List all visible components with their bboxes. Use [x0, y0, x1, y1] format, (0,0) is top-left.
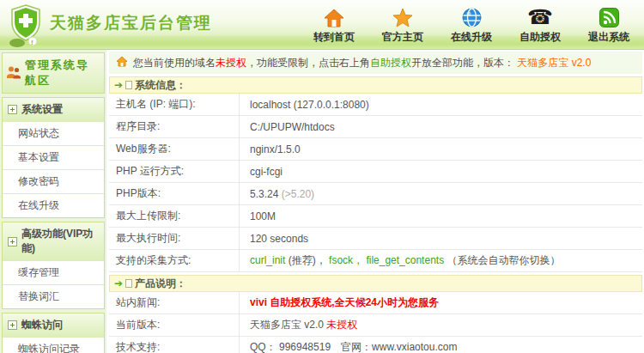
info-row-current-version: 当前版本: 天猫多店宝 v2.0 未授权: [109, 314, 642, 337]
info-value: 120 seconds: [240, 229, 312, 248]
info-label: PHP版本:: [109, 183, 240, 204]
php-version-note: (>5.20): [282, 188, 314, 200]
product-info-table: 站内新闻: vivi 自助授权系统,全天候24小时为您服务 当前版本: 天猫多店…: [109, 292, 642, 353]
fgc-link: file_get_contents: [366, 254, 444, 266]
expand-icon: [8, 105, 17, 114]
info-label: 程序目录:: [109, 116, 240, 137]
sidebar-title: 管理系统导航区: [25, 58, 100, 88]
app-header: ! 天猫多店宝后台管理 转到首页 官方主页: [0, 0, 644, 50]
info-value: curl_init (推荐)， fsock， file_get_contents…: [240, 250, 563, 271]
fgc-note: （系统会自动帮你切换）: [447, 254, 560, 266]
top-nav: 转到首页 官方主页 在: [309, 5, 634, 45]
notice-selfauth-link[interactable]: 自助授权: [370, 57, 411, 69]
group-label: 系统设置: [21, 102, 63, 117]
info-value: 100M: [240, 207, 279, 226]
curl-note: (推荐)，: [289, 254, 326, 266]
users-icon: [6, 65, 21, 82]
nav-go-home[interactable]: 转到首页: [309, 5, 359, 45]
main-content: 您当前使用的域名未授权，功能受限制，点击右上角自助授权开放全部功能，版本： 天猫…: [106, 50, 644, 353]
nav-exit-system[interactable]: 退出系统: [584, 5, 634, 45]
sidebar-item-replace-words[interactable]: 替换词汇: [3, 284, 104, 308]
section-title: 产品说明：: [135, 276, 186, 291]
nav-label: 退出系统: [588, 30, 629, 45]
info-value: nginx/1.5.0: [240, 140, 304, 159]
svg-text:!: !: [31, 39, 33, 46]
sidebar-group-vip: 高级功能(VIP功能) 缓存管理 替换词汇: [2, 222, 105, 309]
nav-label: 在线升级: [451, 30, 492, 45]
app-title: 天猫多店宝后台管理: [50, 12, 212, 34]
info-label: 最大执行时间:: [109, 228, 240, 249]
info-label: Web服务器:: [109, 138, 240, 160]
info-label: 主机名 (IP: 端口):: [109, 94, 240, 115]
info-row-exec-time: 最大执行时间: 120 seconds: [109, 228, 642, 250]
expand-icon: [8, 237, 17, 246]
section-system-info: ➔ 系统信息：: [109, 76, 642, 94]
expand-icon: [8, 320, 17, 330]
sidebar-item-online-upgrade[interactable]: 在线升级: [3, 193, 104, 217]
info-label: 站内新闻:: [109, 292, 240, 313]
sidebar-item-change-password[interactable]: 修改密码: [3, 169, 104, 193]
info-label: 当前版本:: [109, 314, 240, 336]
notice-text: 您当前使用的域名未授权，功能受限制，点击右上角自助授权开放全部功能，版本： 天猫…: [133, 56, 591, 70]
notice-version: 天猫多店宝 v2.0: [517, 57, 591, 69]
section-title: 系统信息：: [135, 77, 186, 93]
info-row-tech-support: 技术支持: QQ： 996948519 官网：www.vxiaotou.com: [109, 337, 642, 353]
house-icon: [116, 56, 128, 70]
info-value: localhost (127.0.0.1:8080): [240, 95, 373, 114]
info-value: 天猫多店宝 v2.0 未授权: [240, 314, 361, 336]
nav-label: 自助授权: [519, 30, 561, 45]
arrow-icon: ➔: [114, 276, 123, 291]
current-version: 天猫多店宝 v2.0: [250, 319, 326, 331]
nav-official-site[interactable]: 官方主页: [378, 5, 428, 45]
info-value: cgi-fcgi: [240, 162, 286, 181]
page: ! 天猫多店宝后台管理 转到首页 官方主页: [0, 0, 644, 353]
group-label: 蜘蛛访问: [21, 318, 63, 332]
notice-bar: 您当前使用的域名未授权，功能受限制，点击右上角自助授权开放全部功能，版本： 天猫…: [109, 52, 642, 74]
sidebar-header: 管理系统导航区: [3, 53, 104, 93]
info-value: QQ： 996948519 官网：www.vxiaotou.com: [240, 337, 460, 353]
arrow-icon: ➔: [114, 77, 123, 93]
sidebar-group-spider: 蜘蛛访问 蜘蛛访问记录: [2, 313, 105, 353]
curl-init-link: curl_init: [250, 254, 285, 266]
info-row-dir: 程序目录: C:/UPUPW/htdocs: [109, 116, 642, 138]
info-row-news: 站内新闻: vivi 自助授权系统,全天候24小时为您服务: [109, 292, 642, 314]
section-product-info: ➔ 产品说明：: [109, 275, 642, 292]
sidebar-item-spider-log[interactable]: 蜘蛛访问记录: [3, 337, 104, 353]
notice-post: 开放全部功能，版本：: [411, 57, 514, 69]
info-value: 5.3.24 (>5.20): [240, 185, 318, 204]
star-icon: [392, 5, 413, 27]
sidebar-item-cache-manage[interactable]: 缓存管理: [3, 260, 104, 284]
nav-label: 官方主页: [382, 30, 423, 45]
info-label: 支持的采集方式:: [109, 250, 240, 271]
phone-icon: ☎: [527, 5, 553, 27]
info-row-host: 主机名 (IP: 端口): localhost (127.0.0.1:8080): [109, 94, 642, 116]
sidebar-item-basic-settings[interactable]: 基本设置: [3, 145, 104, 169]
sidebar-group-system-settings: 系统设置 网站状态 基本设置 修改密码 在线升级: [2, 97, 105, 218]
info-row-upload-limit: 最大上传限制: 100M: [109, 205, 642, 228]
notice-pre: 您当前使用的域名: [133, 57, 216, 69]
system-info-table: 主机名 (IP: 端口): localhost (127.0.0.1:8080)…: [109, 94, 642, 272]
shield-logo-icon: !: [7, 3, 48, 48]
php-version: 5.3.24: [250, 188, 278, 200]
info-row-collect-methods: 支持的采集方式: curl_init (推荐)， fsock， file_get…: [109, 250, 642, 272]
nav-self-authorize[interactable]: ☎ 自助授权: [515, 5, 565, 45]
group-label: 高级功能(VIP功能): [21, 227, 99, 256]
info-value: vivi 自助授权系统,全天候24小时为您服务: [240, 292, 442, 313]
version-status: 未授权: [326, 319, 357, 331]
info-row-webserver: Web服务器: nginx/1.5.0: [109, 138, 642, 161]
info-value: C:/UPUPW/htdocs: [240, 118, 338, 137]
home-icon: [324, 5, 344, 27]
info-row-php-mode: PHP 运行方式: cgi-fcgi: [109, 161, 642, 183]
doc-icon: [125, 279, 132, 288]
info-row-php-version: PHP版本: 5.3.24 (>5.20): [109, 183, 642, 205]
info-label: 技术支持:: [109, 337, 240, 353]
nav-online-upgrade[interactable]: 在线升级: [447, 5, 496, 45]
group-header-spider[interactable]: 蜘蛛访问: [3, 313, 104, 337]
group-header-vip[interactable]: 高级功能(VIP功能): [3, 222, 104, 260]
info-label: PHP 运行方式:: [109, 161, 240, 182]
globe-icon: [462, 5, 482, 27]
rss-icon: [599, 5, 619, 27]
sidebar-item-site-status[interactable]: 网站状态: [3, 121, 104, 145]
group-header-system-settings[interactable]: 系统设置: [3, 98, 104, 121]
info-label: 最大上传限制:: [109, 205, 240, 227]
